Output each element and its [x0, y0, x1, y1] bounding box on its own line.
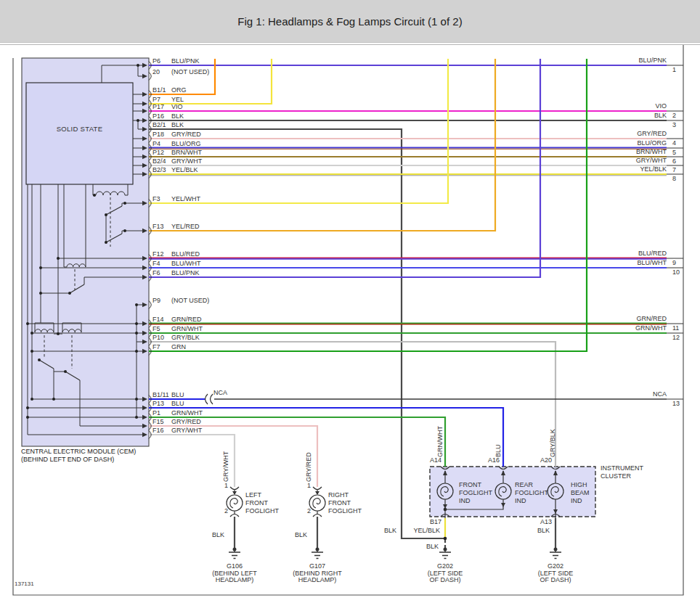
indicator-label-line: IND	[571, 497, 590, 505]
pin-name: F13	[152, 223, 164, 230]
ground-label: G202 (LEFT SIDE OF DASH)	[523, 563, 588, 584]
wire-color-code: YEL/BLK	[595, 165, 667, 173]
wire-color-code: BLU	[495, 444, 502, 457]
pin-name: A20	[536, 456, 552, 464]
circuit-number: 3	[672, 121, 676, 128]
wire-color-code: GRY/BLK	[549, 429, 556, 457]
wiring-svg	[0, 0, 700, 611]
pin-name: F15	[152, 418, 164, 425]
circuit-number: 4	[672, 139, 676, 147]
wire-f6	[149, 59, 540, 277]
circuit-number: 13	[672, 400, 680, 407]
pin-name: P1	[152, 409, 160, 417]
ground-location-line: OF DASH)	[412, 577, 478, 584]
indicator-label-line: FOGLIGHT	[515, 489, 548, 497]
pin-name: P10	[152, 334, 164, 341]
wire-color-code: GRY/RED	[171, 418, 201, 425]
wire-color-code: VIO	[171, 103, 183, 110]
wire-color-code: ORG	[171, 86, 187, 94]
wire-f13	[149, 59, 495, 231]
pin-name: P17	[152, 103, 164, 110]
indicator-label-line: HIGH	[571, 481, 590, 489]
wire-color-code: YEL/RED	[171, 223, 200, 230]
pin-name: B1/11	[152, 391, 169, 398]
wire-color-code: BLK	[375, 527, 396, 534]
pin-name: B2/3	[152, 166, 166, 173]
circuit-number: 9	[672, 259, 676, 266]
indicator-label: HIGH BEAM IND	[571, 481, 590, 505]
circuit-number: 7	[672, 166, 676, 173]
wire-color-code: BLU/WHT	[595, 259, 667, 266]
indicator-label-line: IND	[515, 497, 548, 505]
wire-color-code: BRN/WHT	[595, 148, 667, 155]
indicator-label-line: IND	[459, 497, 492, 505]
wire-color-code: BLU/RED	[171, 250, 200, 258]
component-name-line: FRONT	[245, 499, 279, 507]
circuit-number: 11	[672, 324, 679, 332]
pin-name: P4	[152, 140, 160, 147]
wire-f7	[149, 59, 587, 351]
circuit-number: 6	[672, 157, 676, 165]
wire-color-code: (NOT USED)	[171, 68, 209, 75]
wire-color-code: GRN/WHT	[436, 426, 444, 457]
wire-color-code: GRY/WHT	[222, 451, 229, 482]
wiring-diagram-page: Fig 1: Headlamps & Fog Lamps Circuit (1 …	[0, 0, 700, 611]
wire-color-code: YEL/WHT	[171, 195, 200, 202]
pin-number: 1	[224, 482, 228, 489]
wire-color-code: GRN	[171, 343, 186, 350]
nca-label: NCA	[213, 389, 227, 396]
pin-name: A14	[426, 456, 441, 464]
wire-color-code: BLK	[203, 531, 224, 538]
wire-color-code: BLU/ORG	[171, 140, 201, 147]
wire-color-code: (NOT USED)	[171, 297, 209, 304]
pin-name: P13	[152, 400, 164, 407]
wire-color-code: BLU	[171, 400, 184, 407]
wire-color-code: YEL/BLK	[171, 166, 198, 173]
pin-name: P12	[152, 149, 164, 156]
component-name: RIGHT FRONT FOGLIGHT	[328, 491, 362, 515]
wire-color-code: BLU	[171, 391, 184, 398]
cem-label-line2: (BEHIND LEFT END OF DASH)	[21, 456, 114, 463]
wire-color-code: BLU/PNK	[595, 57, 667, 64]
cem-label-line1: CENTRAL ELECTRIC MODULE (CEM)	[21, 448, 136, 455]
pin-name: F4	[152, 260, 160, 267]
solid-state-label: SOLID STATE	[26, 125, 133, 133]
ground-location-line: HEADLAMP)	[202, 577, 267, 584]
component-name-line: FRONT	[328, 499, 362, 507]
wire-color-code: BLK	[171, 121, 184, 128]
ground-label: G107 (BEHIND RIGHT HEADLAMP)	[285, 563, 350, 584]
inline-connector-icon	[205, 394, 213, 404]
indicator-label-line: FRONT	[459, 481, 492, 489]
wire-color-code: BRN/WHT	[171, 149, 202, 156]
pin-name: P9	[152, 297, 160, 304]
pin-name: A13	[536, 518, 552, 525]
pin-name: F16	[152, 427, 164, 434]
component-name: LEFT FRONT FOGLIGHT	[245, 491, 279, 515]
wire-color-code: GRY/WHT	[595, 157, 667, 164]
component-name-line: FOGLIGHT	[245, 507, 279, 515]
wire-color-code: GRN/WHT	[595, 324, 667, 332]
wire-color-code: BLU/RED	[595, 250, 667, 257]
circuit-number: 5	[672, 149, 676, 156]
component-name-line: LEFT	[245, 491, 279, 499]
wire-color-code: VIO	[595, 102, 667, 110]
pin-name: A16	[484, 456, 500, 464]
wire-color-code: GRY/BLK	[171, 334, 200, 341]
pin-name: P7	[152, 96, 160, 103]
pin-name: F6	[152, 269, 160, 276]
ground-location-line: OF DASH)	[523, 577, 588, 584]
ground-label: G106 (BEHIND LEFT HEADLAMP)	[202, 563, 267, 584]
wire-color-code: GRN/WHT	[171, 409, 203, 417]
pin-name: F5	[152, 325, 160, 332]
wire-color-code: GRY/RED	[595, 130, 667, 137]
document-number: 137131	[15, 581, 34, 587]
pin-number: 2	[307, 507, 311, 514]
wire-color-code: BLU/WHT	[171, 260, 201, 267]
indicator-label-line: BEAM	[571, 489, 590, 497]
pin-name: F12	[152, 250, 164, 258]
pin-number: 1	[307, 482, 311, 489]
wire-color-code: BLU/PNK	[171, 269, 200, 276]
indicator-label-line: FOGLIGHT	[459, 489, 492, 497]
wire-color-code: YEL	[171, 96, 184, 103]
pin-name: F14	[152, 316, 164, 323]
